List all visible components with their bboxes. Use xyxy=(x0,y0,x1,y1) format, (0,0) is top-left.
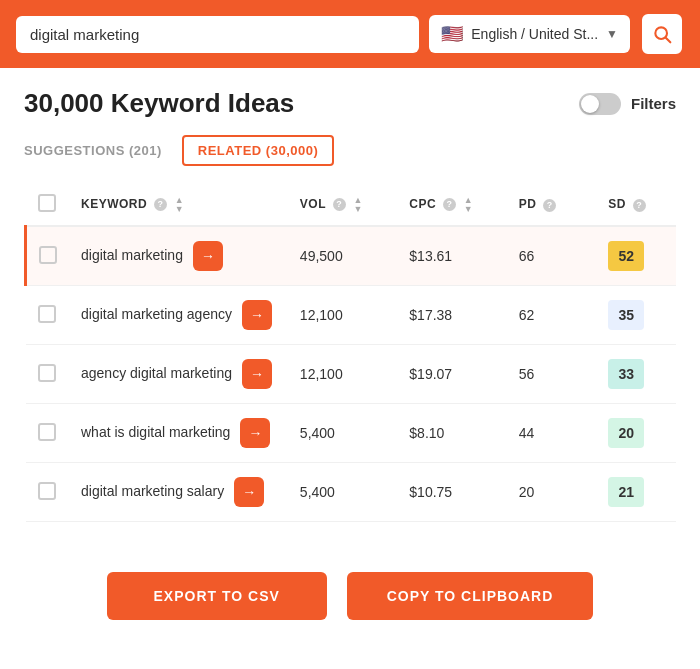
row-pd-cell: 62 xyxy=(507,286,596,345)
row-keyword-cell: digital marketing agency → xyxy=(69,286,288,345)
row-checkbox[interactable] xyxy=(39,246,57,264)
pd-value: 56 xyxy=(519,366,535,382)
row-pd-cell: 66 xyxy=(507,226,596,286)
keyword-text: digital marketing salary xyxy=(81,482,224,502)
title-row: 30,000 Keyword Ideas Filters xyxy=(24,88,676,119)
keyword-arrow-button[interactable]: → xyxy=(242,300,272,330)
row-vol-cell: 5,400 xyxy=(288,404,397,463)
tab-suggestions[interactable]: SUGGESTIONS (201) xyxy=(24,137,162,164)
row-cpc-cell: $10.75 xyxy=(397,463,506,522)
filter-area: Filters xyxy=(579,93,676,115)
flag-icon: 🇺🇸 xyxy=(441,23,463,45)
th-keyword: KEYWORD ? ▲▼ xyxy=(69,184,288,226)
row-cpc-cell: $17.38 xyxy=(397,286,506,345)
row-sd-cell: 33 xyxy=(596,345,676,404)
table-row: agency digital marketing → 12,100 $19.07… xyxy=(26,345,677,404)
row-checkbox[interactable] xyxy=(38,423,56,441)
keyword-arrow-button[interactable]: → xyxy=(240,418,270,448)
row-sd-cell: 35 xyxy=(596,286,676,345)
th-sd: SD ? xyxy=(596,184,676,226)
vol-value: 49,500 xyxy=(300,248,343,264)
table-row: digital marketing → 49,500 $13.61 66 52 xyxy=(26,226,677,286)
tabs-bar: SUGGESTIONS (201) RELATED (30,000) xyxy=(24,135,676,166)
row-pd-cell: 44 xyxy=(507,404,596,463)
row-pd-cell: 56 xyxy=(507,345,596,404)
row-sd-cell: 20 xyxy=(596,404,676,463)
cpc-value: $17.38 xyxy=(409,307,452,323)
search-input[interactable] xyxy=(16,16,419,53)
keyword-text: digital marketing agency xyxy=(81,305,232,325)
main-content: 30,000 Keyword Ideas Filters SUGGESTIONS… xyxy=(0,68,700,542)
row-cpc-cell: $8.10 xyxy=(397,404,506,463)
row-keyword-cell: agency digital marketing → xyxy=(69,345,288,404)
th-check xyxy=(26,184,70,226)
vol-sort-arrows[interactable]: ▲▼ xyxy=(354,196,363,214)
row-sd-cell: 52 xyxy=(596,226,676,286)
cpc-value: $10.75 xyxy=(409,484,452,500)
row-vol-cell: 49,500 xyxy=(288,226,397,286)
sd-info-icon[interactable]: ? xyxy=(633,199,646,212)
keyword-text: agency digital marketing xyxy=(81,364,232,384)
row-checkbox[interactable] xyxy=(38,305,56,323)
cpc-sort-arrows[interactable]: ▲▼ xyxy=(464,196,473,214)
vol-value: 12,100 xyxy=(300,366,343,382)
vol-value: 5,400 xyxy=(300,484,335,500)
row-check-cell xyxy=(26,345,70,404)
keyword-arrow-button[interactable]: → xyxy=(193,241,223,271)
sd-badge: 35 xyxy=(608,300,644,330)
pd-info-icon[interactable]: ? xyxy=(543,199,556,212)
chevron-down-icon: ▼ xyxy=(606,27,618,41)
table-header-row: KEYWORD ? ▲▼ VOL ? ▲▼ CPC ? ▲▼ PD ? xyxy=(26,184,677,226)
search-icon xyxy=(652,24,672,44)
sd-badge: 52 xyxy=(608,241,644,271)
sd-badge: 33 xyxy=(608,359,644,389)
pd-value: 44 xyxy=(519,425,535,441)
row-pd-cell: 20 xyxy=(507,463,596,522)
row-check-cell xyxy=(26,463,70,522)
row-checkbox[interactable] xyxy=(38,482,56,500)
pd-value: 62 xyxy=(519,307,535,323)
keyword-arrow-button[interactable]: → xyxy=(242,359,272,389)
filters-label: Filters xyxy=(631,95,676,112)
sd-badge: 21 xyxy=(608,477,644,507)
cpc-info-icon[interactable]: ? xyxy=(443,198,456,211)
keyword-arrow-button[interactable]: → xyxy=(234,477,264,507)
table-row: digital marketing agency → 12,100 $17.38… xyxy=(26,286,677,345)
row-cpc-cell: $13.61 xyxy=(397,226,506,286)
pd-value: 20 xyxy=(519,484,535,500)
row-keyword-cell: digital marketing salary → xyxy=(69,463,288,522)
sd-badge: 20 xyxy=(608,418,644,448)
keyword-table: KEYWORD ? ▲▼ VOL ? ▲▼ CPC ? ▲▼ PD ? xyxy=(24,184,676,522)
tab-related[interactable]: RELATED (30,000) xyxy=(182,135,334,166)
language-label: English / United St... xyxy=(471,26,598,42)
row-check-cell xyxy=(26,286,70,345)
header: 🇺🇸 English / United St... ▼ xyxy=(0,0,700,68)
row-sd-cell: 21 xyxy=(596,463,676,522)
cpc-value: $19.07 xyxy=(409,366,452,382)
header-checkbox[interactable] xyxy=(38,194,56,212)
keyword-sort-arrows[interactable]: ▲▼ xyxy=(175,196,184,214)
vol-info-icon[interactable]: ? xyxy=(333,198,346,211)
pd-value: 66 xyxy=(519,248,535,264)
footer: EXPORT TO CSV COPY TO CLIPBOARD xyxy=(0,552,700,644)
row-checkbox[interactable] xyxy=(38,364,56,382)
toggle-thumb xyxy=(581,95,599,113)
keyword-info-icon[interactable]: ? xyxy=(154,198,167,211)
page-title: 30,000 Keyword Ideas xyxy=(24,88,294,119)
export-csv-button[interactable]: EXPORT TO CSV xyxy=(107,572,327,620)
th-cpc: CPC ? ▲▼ xyxy=(397,184,506,226)
row-check-cell xyxy=(26,404,70,463)
search-button[interactable] xyxy=(640,12,684,56)
row-cpc-cell: $19.07 xyxy=(397,345,506,404)
keyword-text: what is digital marketing xyxy=(81,423,230,443)
row-keyword-cell: what is digital marketing → xyxy=(69,404,288,463)
language-selector[interactable]: 🇺🇸 English / United St... ▼ xyxy=(429,15,630,53)
filter-toggle[interactable] xyxy=(579,93,621,115)
table-row: what is digital marketing → 5,400 $8.10 … xyxy=(26,404,677,463)
copy-clipboard-button[interactable]: COPY TO CLIPBOARD xyxy=(347,572,594,620)
row-vol-cell: 12,100 xyxy=(288,286,397,345)
th-pd: PD ? xyxy=(507,184,596,226)
th-vol: VOL ? ▲▼ xyxy=(288,184,397,226)
vol-value: 12,100 xyxy=(300,307,343,323)
row-vol-cell: 12,100 xyxy=(288,345,397,404)
